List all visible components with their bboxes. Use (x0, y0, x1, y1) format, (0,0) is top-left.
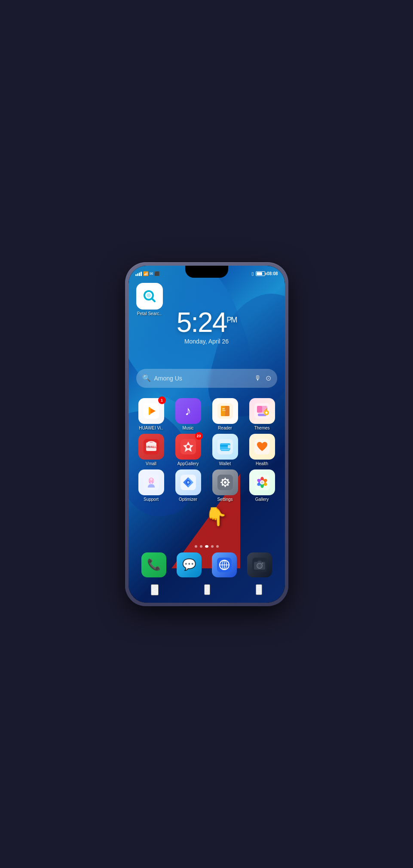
svg-rect-39 (224, 478, 226, 479)
signal-bar-4 (141, 272, 142, 276)
svg-text:VMALL: VMALL (146, 445, 156, 448)
page-dot-4 (211, 545, 214, 548)
dock: 📞 💬 (136, 550, 277, 580)
nav-recent-button[interactable]: □ (256, 584, 262, 595)
status-left: 📶 ✉ ⬛ (135, 271, 159, 276)
reader-label: Reader (218, 426, 232, 430)
app-huawei-video[interactable]: 1 HUAWEI Vi.. (134, 398, 168, 430)
mic-icon[interactable]: 🎙 (254, 374, 261, 382)
optimizer-icon[interactable] (175, 469, 201, 495)
optimizer-label: Optimizer (179, 497, 197, 502)
svg-point-55 (261, 481, 263, 484)
battery-fill (257, 272, 262, 275)
scan-icon[interactable]: ⊙ (266, 374, 271, 382)
svg-rect-25 (228, 445, 230, 448)
extra-status-icon: ⬛ (154, 271, 159, 276)
health-icon[interactable] (249, 434, 275, 460)
app-music[interactable]: ♪ Music (171, 398, 205, 430)
themes-icon[interactable] (249, 398, 275, 424)
app-row-3: Support Optimi (133, 469, 281, 502)
dock-browser[interactable] (212, 552, 237, 577)
clock-date: Monday, April 26 (128, 338, 285, 345)
app-support[interactable]: Support (134, 469, 168, 502)
svg-rect-41 (220, 482, 222, 483)
app-row-2: VMALL Vmall 20 (133, 434, 281, 466)
dock-phone[interactable]: 📞 (141, 552, 166, 577)
signal-bar-2 (137, 273, 138, 276)
gallery-svg (254, 475, 270, 490)
nav-bar: ◁ ○ □ (128, 581, 285, 598)
themes-svg (254, 403, 270, 419)
settings-icon[interactable] (212, 469, 238, 495)
vmall-svg: VMALL (144, 439, 159, 454)
signal-bar-3 (139, 273, 140, 276)
app-grid: 1 HUAWEI Vi.. ♪ (133, 398, 281, 505)
svg-rect-10 (222, 408, 225, 409)
search-input-text[interactable]: Among Us (154, 375, 251, 382)
signal-bar-1 (135, 274, 137, 276)
clock-time: 5:24PM (128, 309, 285, 336)
page-dot-2 (200, 545, 202, 548)
wallet-svg (217, 439, 233, 454)
notch (185, 266, 228, 278)
phone-frame: 📶 ✉ ⬛ ▯ 08:08 (125, 262, 288, 606)
app-vmall[interactable]: VMALL Vmall (134, 434, 168, 466)
themes-label: Themes (254, 426, 269, 430)
reader-icon[interactable] (212, 398, 238, 424)
svg-rect-11 (222, 410, 226, 411)
svg-point-66 (262, 562, 263, 564)
svg-point-32 (150, 478, 153, 481)
app-settings[interactable]: Settings (208, 469, 242, 502)
music-icon[interactable]: ♪ (175, 398, 201, 424)
svg-point-3 (147, 293, 151, 298)
clock-status: 08:08 (267, 271, 278, 276)
svg-rect-6 (149, 407, 150, 415)
screen: 📶 ✉ ⬛ ▯ 08:08 (128, 266, 285, 603)
appgallery-svg (180, 439, 196, 454)
svg-point-38 (224, 481, 226, 484)
gallery-icon[interactable] (249, 469, 275, 495)
music-label: Music (182, 426, 193, 430)
dock-messages[interactable]: 💬 (177, 552, 202, 577)
nav-home-button[interactable]: ○ (204, 584, 211, 595)
nav-back-button[interactable]: ◁ (151, 584, 159, 595)
support-label: Support (144, 497, 159, 502)
phone-inner: 📶 ✉ ⬛ ▯ 08:08 (128, 266, 285, 603)
dock-camera[interactable] (247, 552, 272, 577)
optimizer-svg (180, 475, 196, 490)
app-optimizer[interactable]: Optimizer (171, 469, 205, 502)
wallet-label: Wallet (219, 461, 231, 466)
app-health[interactable]: Health (245, 434, 279, 466)
appgallery-label: AppGallery (177, 461, 199, 466)
support-icon[interactable] (138, 469, 164, 495)
page-dot-5 (216, 545, 219, 548)
app-appgallery[interactable]: 20 AppGallery (171, 434, 205, 466)
app-reader[interactable]: Reader (208, 398, 242, 430)
appgallery-icon[interactable]: 20 (175, 434, 201, 460)
svg-point-65 (259, 565, 260, 567)
music-symbol: ♪ (185, 404, 191, 418)
search-bar[interactable]: 🔍 Among Us 🎙 ⊙ (136, 369, 277, 388)
badge-1: 1 (158, 396, 166, 404)
app-wallet[interactable]: Wallet (208, 434, 242, 466)
page-dot-1 (195, 545, 197, 548)
status-right: ▯ 08:08 (251, 271, 278, 276)
app-themes[interactable]: Themes (245, 398, 279, 430)
search-icon: 🔍 (142, 374, 151, 382)
battery-icon (256, 271, 265, 276)
huawei-video-icon[interactable]: 1 (138, 398, 164, 424)
wallet-icon[interactable] (212, 434, 238, 460)
vmall-icon[interactable]: VMALL (138, 434, 164, 460)
messages-icon: 💬 (182, 558, 196, 571)
hand-cursor-icon: 👇 (205, 506, 227, 527)
settings-label: Settings (217, 497, 233, 502)
phone-icon: 📞 (147, 558, 161, 571)
signal-bars (135, 272, 142, 276)
page-dot-3-active (205, 545, 208, 548)
petal-search-svg (141, 288, 158, 305)
wifi-icon: 📶 (143, 271, 148, 276)
app-gallery[interactable]: Gallery (245, 469, 279, 502)
reader-svg (217, 403, 233, 419)
svg-rect-14 (257, 406, 262, 413)
petal-search-icon[interactable] (136, 283, 163, 310)
